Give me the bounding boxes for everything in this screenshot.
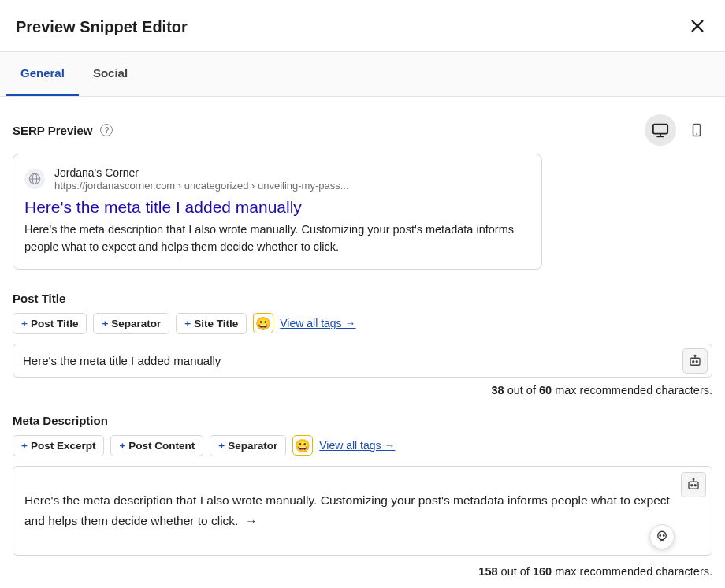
- svg-rect-2: [653, 125, 667, 134]
- plus-icon: +: [119, 440, 125, 452]
- chat-icon: [655, 530, 669, 544]
- serp-result-description: Here's the meta description that I also …: [24, 221, 530, 256]
- tag-label: Post Excerpt: [31, 440, 96, 452]
- meta-description-label: Meta Description: [13, 414, 712, 427]
- serp-preview-label: SERP Preview: [13, 124, 92, 137]
- desktop-icon: [652, 121, 669, 139]
- plus-icon: +: [102, 318, 108, 329]
- plus-icon: +: [21, 318, 28, 329]
- ai-generate-button[interactable]: [682, 348, 708, 374]
- tag-separator[interactable]: +Separator: [93, 313, 169, 334]
- dialog-title: Preview Snippet Editor: [16, 18, 188, 36]
- tab-general[interactable]: General: [6, 52, 79, 96]
- svg-point-17: [694, 484, 696, 486]
- tag-separator-desc[interactable]: +Separator: [210, 435, 286, 456]
- close-icon: [689, 17, 706, 35]
- emoji-button[interactable]: 😀: [253, 313, 273, 333]
- help-icon[interactable]: ?: [100, 124, 113, 136]
- emoji-button[interactable]: 😀: [292, 435, 313, 456]
- svg-rect-15: [689, 482, 698, 489]
- plus-icon: +: [184, 318, 191, 329]
- svg-point-12: [696, 360, 697, 362]
- tag-label: Separator: [111, 318, 161, 329]
- post-title-input[interactable]: [13, 344, 712, 378]
- ai-icon: [688, 354, 702, 368]
- meta-description-counter: 158 out of 160 max recommended character…: [13, 565, 712, 578]
- serp-site-name: Jordana's Corner: [54, 166, 349, 180]
- serp-result-title[interactable]: Here's the meta title I added manually: [24, 198, 530, 217]
- tag-label: Post Content: [128, 440, 195, 452]
- svg-point-21: [660, 535, 661, 537]
- serp-preview-card: Jordana's Corner https://jordanascorner.…: [13, 154, 542, 270]
- svg-point-16: [691, 484, 693, 486]
- svg-point-11: [693, 360, 694, 362]
- mobile-view-button[interactable]: [681, 114, 712, 146]
- meta-description-input[interactable]: [13, 466, 712, 556]
- tag-post-content[interactable]: +Post Content: [110, 435, 203, 456]
- view-all-tags-link[interactable]: View all tags →: [319, 439, 395, 452]
- plus-icon: +: [218, 440, 225, 452]
- tag-site-title[interactable]: +Site Title: [176, 313, 247, 334]
- view-all-tags-link[interactable]: View all tags →: [280, 317, 355, 329]
- ai-generate-button[interactable]: [681, 472, 706, 497]
- tag-label: Post Title: [31, 318, 79, 329]
- close-button[interactable]: [686, 14, 709, 40]
- svg-point-22: [664, 535, 665, 537]
- ai-icon: [686, 478, 701, 492]
- tag-label: Separator: [228, 440, 277, 452]
- favicon-placeholder: [24, 169, 45, 189]
- post-title-label: Post Title: [13, 292, 712, 305]
- mobile-icon: [690, 121, 704, 139]
- tab-social[interactable]: Social: [79, 52, 142, 96]
- tab-bar: General Social: [0, 51, 725, 97]
- globe-icon: [28, 173, 41, 185]
- desktop-view-button[interactable]: [645, 114, 676, 146]
- tag-post-excerpt[interactable]: +Post Excerpt: [13, 435, 104, 456]
- svg-rect-10: [690, 358, 700, 365]
- tag-label: Site Title: [194, 318, 238, 329]
- plus-icon: +: [21, 440, 28, 452]
- serp-url: https://jordanascorner.com › uncategoriz…: [54, 180, 349, 192]
- tag-post-title[interactable]: +Post Title: [13, 313, 87, 334]
- post-title-counter: 38 out of 60 max recommended characters.: [13, 384, 712, 396]
